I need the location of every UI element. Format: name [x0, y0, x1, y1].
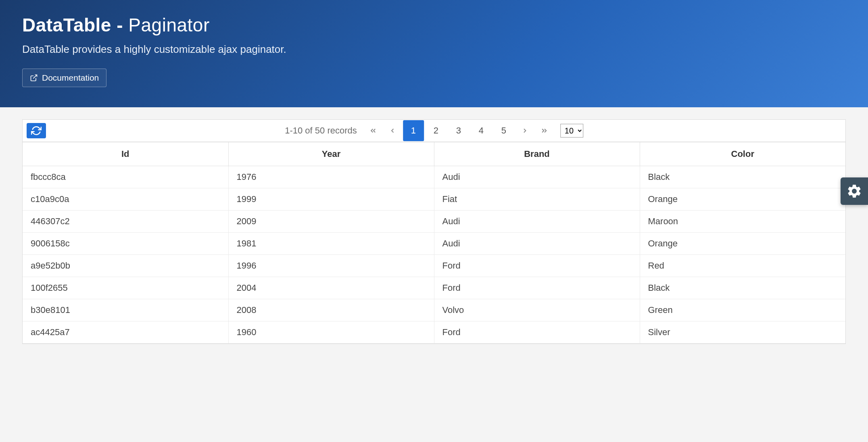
refresh-icon	[31, 125, 42, 136]
cell-id: 9006158c	[23, 233, 228, 255]
refresh-button[interactable]	[27, 123, 46, 138]
page-number-1[interactable]: 1	[403, 120, 424, 141]
cell-color: Black	[640, 277, 845, 299]
page-number-3[interactable]: 3	[448, 120, 469, 141]
next-page-button[interactable]	[516, 122, 534, 140]
column-header-year[interactable]: Year	[228, 142, 434, 166]
cell-id: fbccc8ca	[23, 166, 228, 188]
cell-color: Orange	[640, 233, 845, 255]
cell-color: Green	[640, 299, 845, 321]
page-subtitle: DataTable provides a highly customizable…	[22, 43, 846, 56]
cell-brand: Volvo	[434, 299, 640, 321]
cell-year: 2004	[228, 277, 434, 299]
cell-year: 2009	[228, 211, 434, 233]
title-separator: -	[111, 15, 128, 35]
column-header-id[interactable]: Id	[23, 142, 228, 166]
table-row[interactable]: b30e81012008VolvoGreen	[23, 299, 845, 321]
table-row[interactable]: 9006158c1981AudiOrange	[23, 233, 845, 255]
cell-brand: Audi	[434, 233, 640, 255]
column-header-color[interactable]: Color	[640, 142, 845, 166]
documentation-button[interactable]: Documentation	[22, 69, 106, 87]
cell-id: 446307c2	[23, 211, 228, 233]
chevron-right-icon	[521, 127, 528, 134]
paginator-bar: 1-10 of 50 records 12345 10	[23, 120, 845, 142]
page-number-4[interactable]: 4	[471, 120, 492, 141]
datatable-panel: 1-10 of 50 records 12345 10	[22, 119, 846, 344]
cell-year: 1999	[228, 188, 434, 211]
page-number-5[interactable]: 5	[493, 120, 514, 141]
column-header-brand[interactable]: Brand	[434, 142, 640, 166]
table-row[interactable]: a9e52b0b1996FordRed	[23, 255, 845, 277]
cell-brand: Audi	[434, 166, 640, 188]
content-area: 1-10 of 50 records 12345 10	[0, 107, 868, 344]
cell-id: 100f2655	[23, 277, 228, 299]
cell-id: c10a9c0a	[23, 188, 228, 211]
table-row[interactable]: c10a9c0a1999FiatOrange	[23, 188, 845, 211]
cell-year: 1960	[228, 321, 434, 344]
chevron-double-right-icon	[540, 127, 548, 135]
documentation-button-label: Documentation	[42, 73, 99, 83]
gear-icon	[846, 183, 862, 199]
table-header-row: Id Year Brand Color	[23, 142, 845, 166]
table-row[interactable]: 100f26552004FordBlack	[23, 277, 845, 299]
first-page-button[interactable]	[364, 122, 382, 140]
cell-color: Red	[640, 255, 845, 277]
title-bold: DataTable	[22, 15, 111, 35]
table-row[interactable]: ac4425a71960FordSilver	[23, 321, 845, 344]
table-row[interactable]: 446307c22009AudiMaroon	[23, 211, 845, 233]
cell-brand: Audi	[434, 211, 640, 233]
svg-line-0	[33, 75, 37, 79]
cell-brand: Fiat	[434, 188, 640, 211]
chevron-double-left-icon	[369, 127, 377, 135]
cell-year: 1981	[228, 233, 434, 255]
cell-color: Black	[640, 166, 845, 188]
paginator-controls: 1-10 of 50 records 12345 10	[285, 120, 583, 141]
page-number-2[interactable]: 2	[426, 120, 447, 141]
title-light: Paginator	[128, 15, 209, 35]
cell-year: 1976	[228, 166, 434, 188]
page-title: DataTable - Paginator	[22, 14, 846, 36]
paginator-status: 1-10 of 50 records	[285, 125, 357, 136]
cell-id: b30e8101	[23, 299, 228, 321]
cell-id: a9e52b0b	[23, 255, 228, 277]
page-hero: DataTable - Paginator DataTable provides…	[0, 0, 868, 107]
cell-year: 1996	[228, 255, 434, 277]
cell-id: ac4425a7	[23, 321, 228, 344]
settings-button[interactable]	[841, 177, 868, 205]
cell-year: 2008	[228, 299, 434, 321]
chevron-left-icon	[389, 127, 396, 134]
table-row[interactable]: fbccc8ca1976AudiBlack	[23, 166, 845, 188]
external-link-icon	[30, 74, 38, 82]
cell-brand: Ford	[434, 321, 640, 344]
prev-page-button[interactable]	[384, 122, 401, 140]
cell-color: Maroon	[640, 211, 845, 233]
cell-color: Silver	[640, 321, 845, 344]
cell-color: Orange	[640, 188, 845, 211]
cell-brand: Ford	[434, 277, 640, 299]
cell-brand: Ford	[434, 255, 640, 277]
rows-per-page-select[interactable]: 10	[560, 124, 583, 138]
data-table: Id Year Brand Color fbccc8ca1976AudiBlac…	[23, 142, 845, 344]
last-page-button[interactable]	[535, 122, 553, 140]
